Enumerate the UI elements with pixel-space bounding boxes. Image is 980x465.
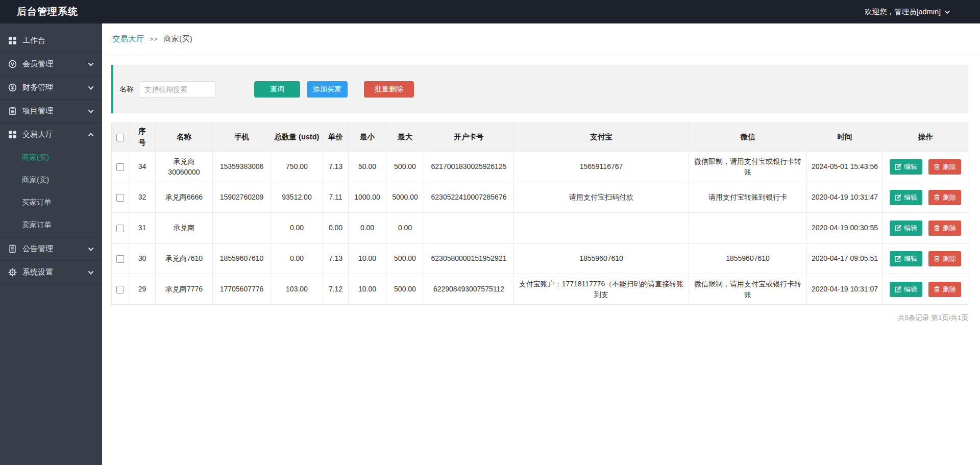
edit-button[interactable]: 编辑 — [890, 282, 922, 297]
cell-total: 750.00 — [271, 152, 323, 182]
sidebar-item-seller-orders[interactable]: 卖家订单 — [0, 213, 102, 236]
table-header-row: 序号 名称 手机 总数量 (ustd) 单价 最小 最大 开户卡号 支付宝 微信… — [112, 123, 968, 152]
sidebar-item-buyer-orders[interactable]: 买家订单 — [0, 191, 102, 213]
cell-time: 2024-05-01 15:43:56 — [807, 152, 883, 182]
sidebar-item-system-settings[interactable]: 系统设置 — [0, 261, 102, 284]
cell-price: 0.00 — [323, 213, 349, 243]
chevron-down-icon — [88, 270, 94, 275]
batch-delete-button[interactable]: 批量删除 — [364, 81, 414, 97]
trash-icon — [934, 163, 940, 170]
sidebar-item-projects[interactable]: 项目管理 — [0, 100, 102, 123]
cell-phone: 18559607610 — [213, 243, 271, 274]
chevron-down-icon — [88, 247, 94, 252]
col-phone: 手机 — [213, 123, 271, 152]
sidebar-item-finance[interactable]: 财务管理 — [0, 76, 102, 99]
row-checkbox[interactable] — [116, 194, 124, 202]
sidebar-item-label: 财务管理 — [22, 83, 53, 92]
trash-icon — [934, 286, 940, 292]
cell-alipay: 18559607610 — [514, 243, 689, 274]
row-checkbox[interactable] — [116, 286, 124, 293]
cell-alipay: 支付宝账户：17718117776（不能扫码的请直接转账到支 — [514, 274, 689, 305]
cell-seq: 30 — [129, 243, 156, 274]
sidebar-item-trade-hall[interactable]: 交易大厅 — [0, 123, 102, 146]
delete-button[interactable]: 删除 — [928, 221, 961, 236]
dashboard-icon — [8, 36, 17, 45]
cell-card: 6217001830025926125 — [424, 152, 514, 182]
delete-button-label: 删除 — [943, 193, 956, 202]
sidebar-item-label: 工作台 — [22, 36, 45, 45]
cell-actions: 编辑 删除 — [883, 243, 968, 274]
col-name: 名称 — [156, 123, 213, 152]
trash-icon — [934, 225, 940, 231]
merchant-table-wrap: 序号 名称 手机 总数量 (ustd) 单价 最小 最大 开户卡号 支付宝 微信… — [111, 123, 968, 305]
delete-button[interactable]: 删除 — [928, 190, 961, 205]
edit-button-label: 编辑 — [904, 162, 917, 172]
chevron-down-icon — [88, 109, 94, 114]
cell-phone: 15359383006 — [213, 152, 271, 182]
cell-name: 承兑商30060000 — [156, 152, 213, 182]
edit-button[interactable]: 编辑 — [890, 251, 922, 266]
cell-price: 7.13 — [323, 243, 349, 274]
select-all-checkbox[interactable] — [116, 134, 124, 141]
breadcrumb: 交易大厅 >> 商家(买) — [102, 23, 980, 55]
table-row: 30 承兑商7610 18559607610 0.00 7.13 10.00 5… — [112, 243, 968, 274]
finance-icon — [8, 83, 17, 92]
cell-price: 7.11 — [323, 182, 349, 213]
table-row: 29 承兑商7776 17705607776 103.00 7.12 10.00… — [112, 274, 968, 305]
cell-actions: 编辑 删除 — [883, 274, 968, 305]
cell-time: 2020-04-19 10:31:07 — [807, 274, 883, 305]
cell-alipay — [514, 213, 689, 243]
cell-time: 2020-04-19 10:31:47 — [807, 182, 883, 213]
cell-card: 6230580000151952921 — [424, 243, 514, 274]
edit-icon — [895, 255, 901, 262]
breadcrumb-parent-link[interactable]: 交易大厅 — [112, 34, 144, 44]
row-checkbox[interactable] — [116, 225, 124, 232]
row-checkbox[interactable] — [116, 163, 124, 171]
query-button[interactable]: 查询 — [254, 81, 300, 97]
edit-icon — [895, 194, 901, 201]
app-window: 后台管理系统 欢迎您，管理员[admin] — [0, 0, 980, 465]
search-input[interactable] — [139, 81, 215, 97]
top-bar: 后台管理系统 欢迎您，管理员[admin] — [0, 0, 980, 23]
sidebar-item-label: 公告管理 — [22, 244, 53, 254]
delete-button[interactable]: 删除 — [928, 251, 961, 266]
sidebar-item-merchant-buy[interactable]: 商家(买) — [0, 146, 102, 168]
edit-button[interactable]: 编辑 — [890, 190, 922, 205]
col-total: 总数量 (ustd) — [271, 123, 323, 152]
cell-total: 0.00 — [271, 213, 323, 243]
user-menu[interactable]: 欢迎您，管理员[admin] — [865, 7, 950, 17]
welcome-text: 欢迎您，管理员[admin] — [865, 7, 941, 17]
table-row: 34 承兑商30060000 15359383006 750.00 7.13 5… — [112, 152, 968, 182]
delete-button[interactable]: 删除 — [928, 282, 961, 297]
search-toolbar: 名称 查询 添加买家 批量删除 — [111, 65, 968, 113]
col-price: 单价 — [323, 123, 349, 152]
edit-button[interactable]: 编辑 — [890, 221, 922, 236]
col-actions: 操作 — [883, 123, 968, 152]
delete-button-label: 删除 — [943, 224, 956, 233]
sidebar-item-announcements[interactable]: 公告管理 — [0, 237, 102, 260]
delete-button-label: 删除 — [943, 162, 956, 172]
chevron-down-icon — [88, 85, 94, 90]
add-buyer-button[interactable]: 添加买家 — [307, 81, 348, 97]
delete-button[interactable]: 删除 — [928, 159, 961, 175]
cell-max: 5000.00 — [386, 182, 424, 213]
sidebar-item-workbench[interactable]: 工作台 — [0, 29, 102, 52]
delete-button-label: 删除 — [943, 254, 956, 263]
edit-button[interactable]: 编辑 — [890, 159, 922, 175]
sidebar-item-members[interactable]: 会员管理 — [0, 53, 102, 76]
row-checkbox[interactable] — [116, 255, 124, 263]
select-all-cell — [112, 123, 129, 152]
breadcrumb-current: 商家(买) — [163, 34, 192, 44]
cell-seq: 29 — [129, 274, 156, 305]
cell-actions: 编辑 删除 — [883, 182, 968, 213]
cell-alipay: 15659116767 — [514, 152, 689, 182]
sidebar-item-merchant-sell[interactable]: 商家(卖) — [0, 168, 102, 191]
trade-icon — [8, 130, 17, 139]
cell-total: 0.00 — [271, 243, 323, 274]
cell-time: 2020-04-19 00:30:55 — [807, 213, 883, 243]
trash-icon — [934, 194, 940, 201]
notice-icon — [8, 244, 17, 253]
cell-time: 2020-04-17 09:05:51 — [807, 243, 883, 274]
app-title: 后台管理系统 — [17, 5, 78, 18]
edit-icon — [895, 163, 901, 170]
